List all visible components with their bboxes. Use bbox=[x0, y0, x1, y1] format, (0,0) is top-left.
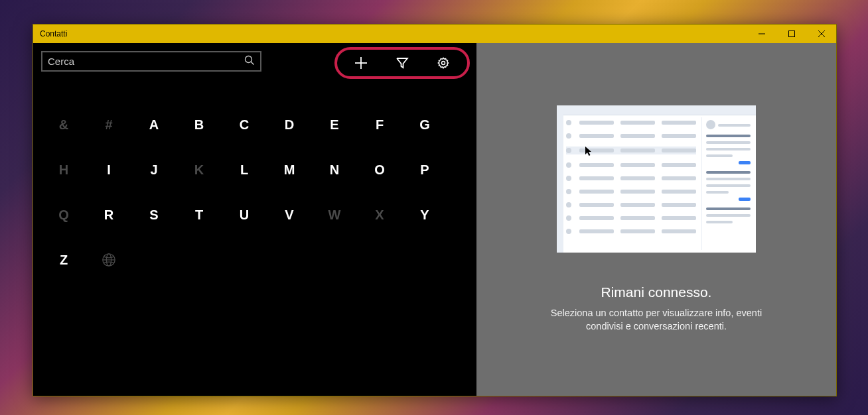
alpha-cell-y[interactable]: Y bbox=[402, 192, 447, 237]
alpha-label: T bbox=[195, 208, 203, 223]
alpha-cell-n[interactable]: N bbox=[312, 147, 357, 192]
alpha-cell-k: K bbox=[177, 147, 222, 192]
alpha-label: C bbox=[240, 117, 249, 133]
alpha-cell-d[interactable]: D bbox=[267, 102, 312, 147]
empty-state-title: Rimani connesso. bbox=[601, 284, 712, 300]
window-title: Contatti bbox=[40, 29, 67, 38]
search-icon[interactable] bbox=[244, 55, 255, 68]
add-contact-button[interactable] bbox=[352, 54, 370, 72]
alpha-label: R bbox=[104, 208, 113, 223]
svg-rect-1 bbox=[788, 31, 794, 37]
alpha-cell-z[interactable]: Z bbox=[41, 237, 86, 282]
empty-state-description: Seleziona un contatto per visualizzare i… bbox=[537, 307, 776, 333]
alpha-label: Y bbox=[420, 208, 429, 223]
alpha-cell-w: W bbox=[312, 192, 357, 237]
alpha-label: S bbox=[149, 208, 158, 223]
alpha-label: E bbox=[330, 117, 338, 133]
alpha-cell-x: X bbox=[357, 192, 402, 237]
alpha-cell-q: Q bbox=[41, 192, 86, 237]
svg-point-8 bbox=[442, 62, 445, 65]
filter-button[interactable] bbox=[393, 54, 411, 72]
detail-pane: Rimani connesso. Seleziona un contatto p… bbox=[476, 43, 836, 396]
alpha-label: G bbox=[419, 117, 430, 133]
alpha-label: V bbox=[285, 208, 293, 223]
alpha-cell-h: H bbox=[41, 147, 86, 192]
alpha-cell-m[interactable]: M bbox=[267, 147, 312, 192]
minimize-button[interactable] bbox=[747, 25, 776, 43]
alpha-cell-v[interactable]: V bbox=[267, 192, 312, 237]
empty-state-illustration bbox=[557, 105, 756, 253]
alpha-label: B bbox=[194, 117, 204, 133]
alpha-cell-r[interactable]: R bbox=[86, 192, 131, 237]
close-button[interactable] bbox=[806, 25, 836, 43]
app-body: &#ABCDEFGHIJKLMNOPQRSTUVWXYZ bbox=[33, 43, 836, 396]
cursor-icon bbox=[585, 147, 593, 157]
alpha-cell-a[interactable]: A bbox=[131, 102, 177, 147]
alpha-cell-c[interactable]: C bbox=[222, 102, 267, 147]
alpha-label: P bbox=[420, 162, 429, 178]
alpha-cell-b[interactable]: B bbox=[177, 102, 222, 147]
alpha-cell-t[interactable]: T bbox=[177, 192, 222, 237]
alpha-label: # bbox=[105, 117, 112, 133]
app-window: Contatti bbox=[33, 24, 837, 396]
alpha-label: L bbox=[240, 162, 248, 178]
alpha-cell-p[interactable]: P bbox=[402, 147, 447, 192]
alpha-label: & bbox=[59, 117, 68, 133]
alpha-cell-#: # bbox=[86, 102, 131, 147]
alpha-label: X bbox=[375, 208, 384, 223]
alpha-label: D bbox=[285, 117, 294, 133]
alpha-cell-g[interactable]: G bbox=[402, 102, 447, 147]
alpha-cell-i[interactable]: I bbox=[86, 147, 131, 192]
alpha-cell-l[interactable]: L bbox=[222, 147, 267, 192]
titlebar[interactable]: Contatti bbox=[33, 25, 836, 43]
alpha-label: J bbox=[150, 162, 157, 178]
alpha-label: O bbox=[374, 162, 385, 178]
settings-button[interactable] bbox=[434, 54, 453, 72]
alpha-cell-&: & bbox=[41, 102, 86, 147]
alpha-label: Z bbox=[60, 253, 68, 268]
alpha-cell-o[interactable]: O bbox=[357, 147, 402, 192]
search-input[interactable] bbox=[48, 56, 244, 67]
alpha-cell-j[interactable]: J bbox=[131, 147, 177, 192]
alpha-index-grid: &#ABCDEFGHIJKLMNOPQRSTUVWXYZ bbox=[41, 102, 469, 282]
alpha-cell-e[interactable]: E bbox=[312, 102, 357, 147]
alpha-label: I bbox=[107, 162, 111, 178]
alpha-label: H bbox=[59, 162, 68, 178]
svg-point-4 bbox=[246, 56, 252, 62]
window-controls bbox=[747, 25, 836, 43]
alpha-label: A bbox=[149, 117, 159, 133]
alpha-label: N bbox=[330, 162, 339, 178]
alpha-cell-s[interactable]: S bbox=[131, 192, 177, 237]
alpha-label: K bbox=[194, 162, 204, 178]
alpha-cell-f[interactable]: F bbox=[357, 102, 402, 147]
svg-line-5 bbox=[251, 62, 253, 64]
alpha-cell-u[interactable]: U bbox=[222, 192, 267, 237]
alpha-label: M bbox=[284, 162, 295, 178]
alpha-label: W bbox=[328, 208, 341, 223]
maximize-button[interactable] bbox=[776, 25, 806, 43]
alpha-cell-globe bbox=[86, 237, 131, 282]
alpha-label: Q bbox=[58, 208, 69, 223]
toolbar-highlight bbox=[334, 47, 470, 79]
alpha-label: F bbox=[376, 117, 384, 133]
alpha-label: U bbox=[240, 208, 249, 223]
contacts-index-pane: &#ABCDEFGHIJKLMNOPQRSTUVWXYZ bbox=[33, 43, 476, 396]
search-box[interactable] bbox=[41, 51, 261, 72]
